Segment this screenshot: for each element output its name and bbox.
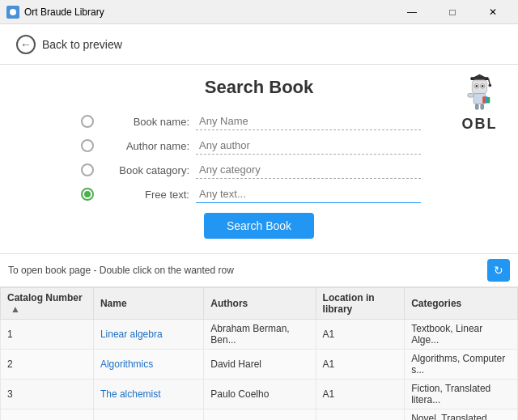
svg-point-4 [489,84,492,87]
table-row[interactable]: 1Linear algebraAbraham Berman, Ben...A1T… [1,320,518,350]
free-text-label: Free text: [100,189,189,201]
author-name-row: Author name: [81,137,421,155]
header-bar: ← Back to preview [0,24,518,65]
app-icon [6,6,19,19]
author-name-input[interactable] [196,137,421,155]
svg-rect-14 [468,94,473,98]
page-title: Search Book [16,73,502,98]
back-arrow-icon: ← [16,35,36,54]
sort-icon: ▲ [11,303,20,315]
cell-catalog[interactable]: 4 [1,409,94,421]
svg-rect-16 [480,104,484,109]
cell-authors[interactable]: David Harel [204,350,316,380]
cell-location[interactable]: A2 [316,409,405,421]
search-button[interactable]: Search Book [204,213,314,239]
back-button[interactable]: ← Back to preview [10,32,129,57]
cell-name[interactable]: Linear algebra [93,320,203,350]
cell-catalog[interactable]: 1 [1,320,94,350]
title-bar-left: Ort Braude Library [6,6,104,19]
cell-name[interactable]: The Notebook [93,409,203,421]
cell-name[interactable]: Algorithmics [93,350,203,380]
search-btn-row: Search Book [16,213,502,239]
cell-categories[interactable]: Textbook, Linear Alge... [405,320,518,350]
obl-robot-icon [457,71,502,116]
obl-label: OBL [462,116,498,133]
cell-categories[interactable]: Novel, Translated literat... [405,409,518,421]
book-category-label: Book catagory: [100,164,189,176]
col-categories[interactable]: Categories [405,288,518,320]
table-row[interactable]: 2AlgorithmicsDavid HarelA1Algorithms, Co… [1,350,518,380]
logo-area: OBL [457,71,502,133]
main-content: OBL Search Book Book name: Author name: … [0,65,518,253]
cell-location[interactable]: A1 [316,380,405,409]
book-name-label: Book name: [100,116,189,128]
book-name-radio[interactable] [81,115,94,128]
cell-location[interactable]: A1 [316,320,405,350]
results-hint-text: To open book page - Double click on the … [8,265,234,276]
author-name-label: Author name: [100,140,189,152]
maximize-button[interactable]: □ [434,0,471,24]
book-category-input[interactable] [196,161,421,179]
book-category-row: Book catagory: [81,161,421,179]
cell-location[interactable]: A1 [316,350,405,380]
results-hint-bar: To open book page - Double click on the … [0,254,518,287]
results-table-container[interactable]: Catalog Number ▲ Name Authors Location i… [0,287,518,420]
cell-categories[interactable]: Fiction, Translated litera... [405,380,518,409]
col-location[interactable]: Location in library [316,288,405,320]
svg-point-8 [475,85,478,87]
refresh-button[interactable]: ↻ [487,259,510,282]
author-name-radio[interactable] [81,139,94,152]
col-authors[interactable]: Authors [204,288,316,320]
cell-categories[interactable]: Algorithms, Computer s... [405,350,518,380]
cell-authors[interactable]: Nicholas Sparks [204,409,316,421]
cell-catalog[interactable]: 2 [1,350,94,380]
free-text-radio[interactable] [81,188,94,201]
cell-name[interactable]: The alchemist [93,380,203,409]
table-row[interactable]: 3The alchemistPaulo CoelhoA1Fiction, Tra… [1,380,518,409]
window-controls: — □ ✕ [393,0,512,24]
book-name-row: Book name: [81,112,421,130]
cell-authors[interactable]: Abraham Berman, Ben... [204,320,316,350]
table-header: Catalog Number ▲ Name Authors Location i… [1,288,518,320]
search-form: Book name: Author name: Book catagory: F… [16,112,502,203]
table-header-row: Catalog Number ▲ Name Authors Location i… [1,288,518,320]
minimize-button[interactable]: — [393,0,431,24]
book-category-radio[interactable] [81,163,94,176]
back-label: Back to preview [42,38,122,51]
col-name[interactable]: Name [93,288,203,320]
free-text-row: Free text: [81,185,421,203]
free-text-input[interactable] [196,185,421,203]
table-row[interactable]: 4The NotebookNicholas SparksA2Novel, Tra… [1,409,518,421]
svg-line-3 [489,78,490,84]
svg-rect-13 [487,97,490,103]
svg-point-9 [482,85,484,87]
col-catalog[interactable]: Catalog Number ▲ [1,288,94,320]
svg-point-0 [10,9,16,15]
title-bar: Ort Braude Library — □ ✕ [0,0,518,24]
results-area: To open book page - Double click on the … [0,253,518,420]
book-name-input[interactable] [196,112,421,130]
close-button[interactable]: ✕ [474,0,512,24]
table-body: 1Linear algebraAbraham Berman, Ben...A1T… [1,320,518,421]
cell-catalog[interactable]: 3 [1,380,94,409]
results-table: Catalog Number ▲ Name Authors Location i… [0,287,518,420]
app-title: Ort Braude Library [24,6,104,18]
cell-authors[interactable]: Paulo Coelho [204,380,316,409]
svg-rect-15 [475,104,479,109]
